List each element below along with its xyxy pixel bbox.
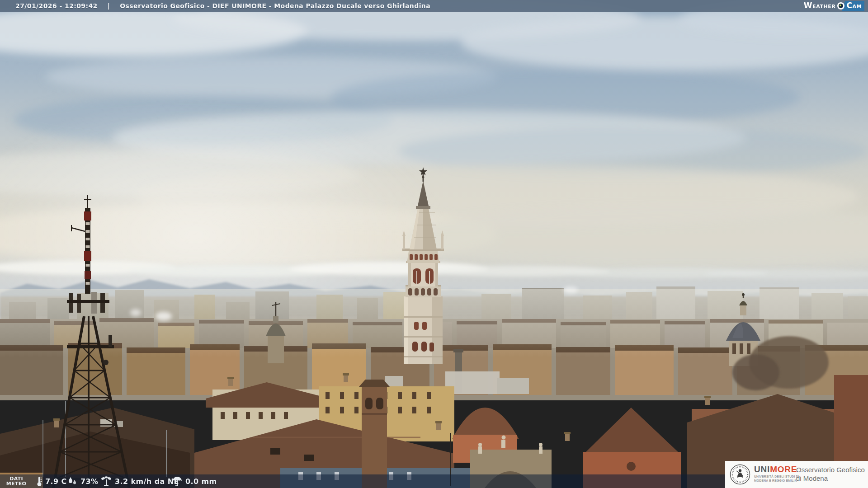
weather-data-label: DATI METEO bbox=[5, 474, 28, 488]
observatory-name: Osservatorio Geofisico di Modena bbox=[796, 465, 865, 483]
humidity-value: 73% bbox=[80, 477, 99, 486]
timestamp: 27/01/2026 - 12:09:42 bbox=[15, 2, 98, 9]
temperature-value: 7.9 C bbox=[45, 477, 67, 486]
anemometer-icon bbox=[100, 476, 112, 487]
separator: | bbox=[108, 2, 110, 9]
weathercam-weather-word: WEATHER bbox=[804, 1, 836, 11]
unimore-logo-panel: UNIMORE UNIVERSITÀ DEGLI STUDI DI MODENA… bbox=[725, 461, 868, 488]
webcam-view bbox=[0, 0, 868, 488]
unimore-subtitle: UNIVERSITÀ DEGLI STUDI DI MODENA E REGGI… bbox=[754, 475, 799, 483]
weathercam-cam-word: CAM bbox=[842, 1, 864, 11]
unimore-seal-icon bbox=[730, 464, 750, 485]
humidity-readout: 73% bbox=[67, 474, 99, 488]
camera-lens-icon bbox=[837, 2, 844, 9]
temperature-readout: 7.9 C bbox=[36, 474, 67, 488]
weathercam-logo: WEATHER CAM bbox=[804, 1, 864, 10]
bell-tower bbox=[359, 380, 390, 488]
webcam-frame: 27/01/2026 - 12:09:42 | Osservatorio Geo… bbox=[0, 0, 868, 488]
top-bar-text: 27/01/2026 - 12:09:42 | Osservatorio Geo… bbox=[0, 2, 430, 9]
wind-value: 3.2 km/h da NE bbox=[115, 477, 179, 486]
umbrella-icon bbox=[172, 476, 183, 487]
precipitation-value: 0.0 mm bbox=[185, 477, 217, 486]
wind-readout: 3.2 km/h da NE bbox=[100, 474, 179, 488]
top-bar: 27/01/2026 - 12:09:42 | Osservatorio Geo… bbox=[0, 0, 868, 12]
droplets-icon bbox=[67, 476, 78, 486]
unimore-wordmark: UNIMORE bbox=[754, 465, 797, 474]
thermometer-icon bbox=[36, 476, 42, 487]
camera-title: Osservatorio Geofisico - DIEF UNIMORE - … bbox=[120, 2, 430, 9]
precipitation-readout: 0.0 mm bbox=[172, 474, 217, 488]
